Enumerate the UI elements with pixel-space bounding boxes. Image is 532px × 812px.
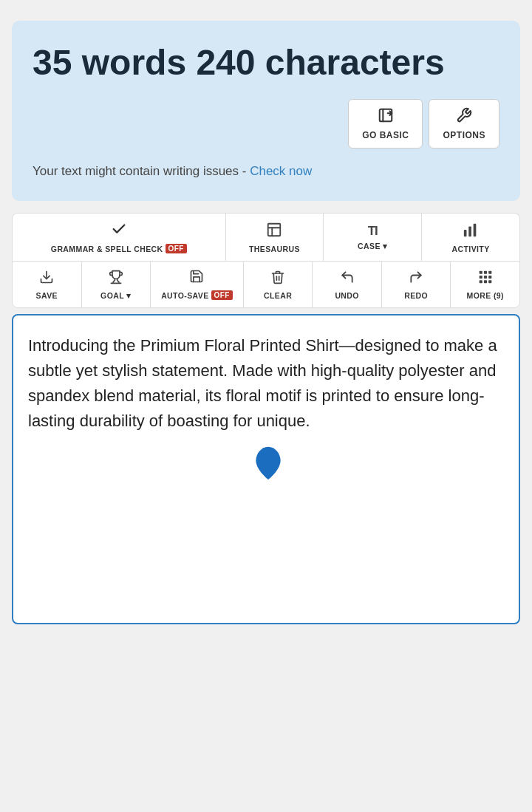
svg-rect-8 [479,270,482,273]
go-basic-button[interactable]: GO BASIC [348,99,423,149]
goal-button[interactable]: GOAL ▾ [82,262,151,307]
grammar-off-badge: OFF [166,244,187,253]
toolbar-row-1: GRAMMAR & SPELL CHECK OFF THESAURUS TI C… [13,214,519,262]
editor-area[interactable]: Introducing the Primium Floral Printed S… [12,314,520,624]
redo-label: REDO [404,291,428,300]
case-label: CASE ▾ [358,242,388,250]
save-button[interactable]: SAVE [13,262,82,307]
redo-button[interactable]: REDO [382,262,451,307]
auto-save-button[interactable]: AUTO-SAVE OFF [151,262,244,307]
writing-warning: Your text might contain writing issues -… [33,162,499,181]
undo-label: UNDO [335,291,359,300]
thesaurus-label: THESAURUS [249,245,300,253]
svg-rect-16 [488,280,491,283]
auto-save-label: AUTO-SAVE OFF [161,290,233,300]
options-button[interactable]: OPTIONS [429,99,499,149]
auto-save-off-badge: OFF [211,290,233,300]
options-label: OPTIONS [443,130,485,140]
clear-button[interactable]: CLEAR [244,262,313,307]
activity-button[interactable]: ACTIVITY [422,214,519,261]
cursor-indicator [253,446,279,471]
more-label: MORE (9) [467,291,504,300]
word-char-count: 35 words 240 characters [33,41,499,84]
clear-label: CLEAR [264,291,292,300]
check-now-link[interactable]: Check now [250,164,312,178]
svg-rect-9 [484,270,487,273]
toolbar-row-2: SAVE GOAL ▾ [13,262,519,307]
external-link-icon [378,107,394,127]
case-button[interactable]: TI CASE ▾ [324,214,422,261]
save-label: SAVE [36,291,58,300]
svg-rect-5 [468,226,471,236]
clear-icon [270,270,285,288]
undo-button[interactable]: UNDO [313,262,382,307]
svg-rect-1 [268,223,281,236]
thesaurus-button[interactable]: THESAURUS [226,214,324,261]
grammar-spell-check-button[interactable]: GRAMMAR & SPELL CHECK OFF [13,214,226,261]
undo-icon [340,270,355,288]
svg-rect-10 [488,270,491,273]
go-basic-label: GO BASIC [362,130,409,140]
svg-rect-6 [474,223,477,236]
toolbar: GRAMMAR & SPELL CHECK OFF THESAURUS TI C… [12,213,520,308]
stats-actions: GO BASIC OPTIONS [33,99,499,149]
more-button[interactable]: MORE (9) [451,262,519,307]
wrench-icon [456,107,472,127]
case-icon: TI [368,224,378,239]
redo-icon [409,270,423,288]
grammar-label: GRAMMAR & SPELL CHECK OFF [51,244,187,253]
activity-icon [463,222,479,242]
svg-rect-4 [464,230,467,236]
save-icon [39,270,54,288]
checkmark-icon [111,221,127,241]
more-grid-icon [478,270,493,288]
svg-rect-12 [484,276,487,279]
editor-content[interactable]: Introducing the Primium Floral Printed S… [28,333,504,434]
auto-save-icon [189,269,204,287]
activity-label: ACTIVITY [452,245,490,253]
stats-panel: 35 words 240 characters GO BASIC OPTIONS [12,21,520,201]
goal-label: GOAL ▾ [100,291,131,300]
thesaurus-icon [266,222,282,242]
svg-rect-15 [484,280,487,283]
svg-rect-11 [479,276,482,279]
svg-rect-13 [488,276,491,279]
goal-icon [109,270,123,288]
svg-rect-14 [479,280,482,283]
